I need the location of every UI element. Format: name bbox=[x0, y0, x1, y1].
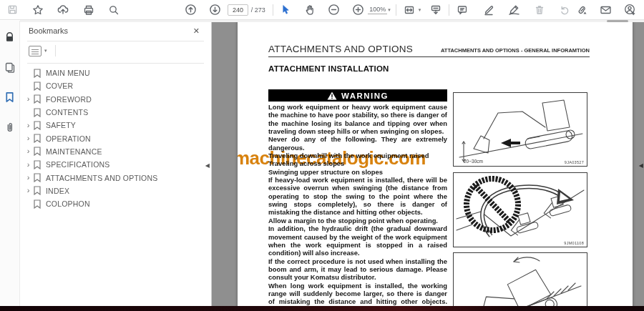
expand-chevron-icon[interactable]: › bbox=[24, 161, 33, 169]
watermark-text: machinecatalogic.com bbox=[238, 147, 426, 169]
warning-body-text: Long work equipment or heavy work equipm… bbox=[268, 103, 447, 311]
account-button[interactable] bbox=[621, 1, 638, 19]
email-button[interactable] bbox=[597, 1, 615, 19]
bookmark-icon bbox=[33, 134, 42, 143]
bookmark-label: SAFETY bbox=[46, 121, 76, 129]
document-area[interactable]: ATTACHMENTS AND OPTIONS ATTACHMENTS AND … bbox=[212, 21, 644, 311]
zoom-in-button[interactable] bbox=[349, 1, 366, 19]
warning-triangle-icon bbox=[327, 92, 337, 100]
share-link-button[interactable] bbox=[573, 1, 590, 19]
bookmark-item-maintenance[interactable]: › MAINTENANCE bbox=[20, 145, 211, 158]
header-rule bbox=[268, 56, 590, 57]
figure-code: 9JA03527 bbox=[565, 160, 584, 164]
bookmark-item-attachments-and-options[interactable]: › ATTACHMENTS AND OPTIONS bbox=[20, 171, 211, 184]
figure-2-illustration bbox=[454, 173, 587, 247]
navigation-rail bbox=[0, 21, 20, 311]
bookmark-icon bbox=[33, 160, 42, 169]
horizontal-scrollbar[interactable] bbox=[20, 20, 644, 22]
pdf-viewer-window: 240 / 273 100% ▾ ▾ bbox=[0, 0, 644, 311]
fit-caret-icon[interactable]: ▾ bbox=[419, 7, 421, 13]
bookmark-icon bbox=[33, 108, 42, 117]
close-panel-icon[interactable]: ✕ bbox=[190, 25, 203, 37]
bookmark-label: CONTENTS bbox=[46, 108, 88, 117]
bookmark-label: INDEX bbox=[46, 187, 69, 195]
bookmarks-panel-icon[interactable] bbox=[2, 89, 18, 105]
bookmark-item-safety[interactable]: › SAFETY bbox=[20, 119, 211, 132]
paragraph: If the correct procedure is not used whe… bbox=[268, 257, 447, 282]
bookmark-label: ATTACHMENTS AND OPTIONS bbox=[46, 174, 157, 182]
page-number-input[interactable]: 240 bbox=[228, 4, 248, 16]
hand-tool-button[interactable] bbox=[301, 1, 318, 19]
expand-chevron-icon[interactable]: › bbox=[24, 147, 33, 155]
bookmark-label: OPERATION bbox=[46, 134, 91, 143]
bookmark-label: FOREWORD bbox=[46, 95, 92, 104]
paragraph: If heavy-load work equipment is installe… bbox=[268, 176, 447, 217]
select-tool-button[interactable] bbox=[278, 1, 295, 19]
attachments-panel-icon[interactable] bbox=[2, 119, 18, 135]
bottom-window-edge bbox=[0, 306, 644, 311]
bookmark-label: MAIN MENU bbox=[46, 69, 90, 77]
save-button[interactable] bbox=[4, 1, 21, 19]
pages-panel-icon[interactable] bbox=[2, 59, 18, 75]
bookmark-options-caret-icon[interactable]: ▾ bbox=[44, 48, 47, 54]
bookmark-options-button[interactable] bbox=[29, 46, 42, 56]
bookmark-label: COLOPHON bbox=[46, 199, 90, 208]
bookmark-icon bbox=[33, 199, 42, 209]
share-upload-button[interactable] bbox=[54, 1, 72, 19]
bookmark-item-index[interactable]: › INDEX bbox=[20, 184, 211, 197]
bookmark-item-operation[interactable]: › OPERATION bbox=[20, 132, 211, 144]
zoom-out-button[interactable] bbox=[326, 1, 343, 19]
undo-button[interactable] bbox=[556, 1, 573, 19]
expand-chevron-icon[interactable]: › bbox=[24, 95, 33, 103]
toolbar: 240 / 273 100% ▾ ▾ bbox=[0, 0, 644, 20]
expand-chevron-icon[interactable]: › bbox=[24, 122, 33, 129]
bookmark-item-cover[interactable]: COVER bbox=[20, 79, 211, 92]
panel-title: Bookmarks bbox=[29, 26, 190, 35]
zoom-level-select[interactable]: 100% bbox=[368, 5, 387, 14]
bookmark-item-contents[interactable]: CONTENTS bbox=[20, 106, 211, 119]
figure-no-swing-on-slope: 9JM01108 bbox=[453, 172, 587, 247]
bookmarks-panel: Bookmarks ✕ ▾ MAIN MENU COVER bbox=[20, 21, 212, 311]
paragraph: In addition, the hydraulic drift (the gr… bbox=[268, 224, 447, 257]
delete-button[interactable] bbox=[531, 1, 548, 19]
favorite-star-button[interactable] bbox=[29, 1, 47, 19]
bookmark-item-foreword[interactable]: › FOREWORD bbox=[20, 93, 211, 106]
highlight-pen-button[interactable] bbox=[480, 1, 497, 19]
page-total-label: / 273 bbox=[251, 6, 265, 14]
bookmark-item-main-menu[interactable]: MAIN MENU bbox=[20, 66, 211, 79]
comment-button[interactable] bbox=[454, 1, 471, 19]
search-icon[interactable] bbox=[105, 1, 122, 19]
bookmark-icon bbox=[33, 121, 42, 130]
warning-banner: WARNING bbox=[268, 89, 447, 102]
figure-travel-downhill: 20~30cm 9JA03527 bbox=[453, 92, 587, 167]
expand-chevron-icon[interactable]: › bbox=[24, 187, 33, 194]
secure-lock-icon[interactable] bbox=[2, 29, 18, 45]
pdf-page: ATTACHMENTS AND OPTIONS ATTACHMENTS AND … bbox=[238, 21, 633, 311]
signature-button[interactable] bbox=[506, 1, 523, 19]
bookmark-item-colophon[interactable]: COLOPHON bbox=[20, 197, 211, 210]
right-panel-collapse-icon[interactable]: ◀ bbox=[639, 162, 643, 169]
section-title: ATTACHMENT INSTALLATION bbox=[268, 64, 389, 73]
expand-chevron-icon[interactable]: › bbox=[24, 134, 33, 142]
bookmark-label: MAINTENANCE bbox=[46, 147, 102, 156]
bookmark-label: COVER bbox=[46, 82, 73, 90]
fit-width-button[interactable] bbox=[401, 1, 418, 19]
figure-code: 9JM01108 bbox=[564, 241, 584, 245]
bookmark-icon bbox=[33, 173, 42, 182]
reading-mode-button[interactable] bbox=[427, 1, 444, 19]
figure-3-illustration bbox=[454, 253, 587, 311]
print-button[interactable] bbox=[80, 1, 97, 19]
warning-label: WARNING bbox=[341, 92, 389, 100]
horizontal-scrollbar-thumb[interactable] bbox=[607, 20, 628, 22]
zoom-caret-icon[interactable]: ▾ bbox=[388, 7, 391, 13]
previous-page-button[interactable] bbox=[182, 1, 200, 19]
figure-swing-on-slope bbox=[453, 252, 587, 311]
next-page-button[interactable] bbox=[206, 1, 223, 19]
bookmark-item-specifications[interactable]: › SPECIFICATIONS bbox=[20, 158, 211, 171]
bookmark-icon bbox=[33, 69, 42, 78]
sidebar-collapse-icon[interactable]: ◀ bbox=[205, 162, 210, 169]
bookmark-icon bbox=[33, 82, 42, 91]
expand-chevron-icon[interactable]: › bbox=[24, 174, 33, 182]
chapter-title: ATTACHMENTS AND OPTIONS bbox=[268, 44, 413, 54]
bookmark-label: SPECIFICATIONS bbox=[46, 160, 110, 169]
